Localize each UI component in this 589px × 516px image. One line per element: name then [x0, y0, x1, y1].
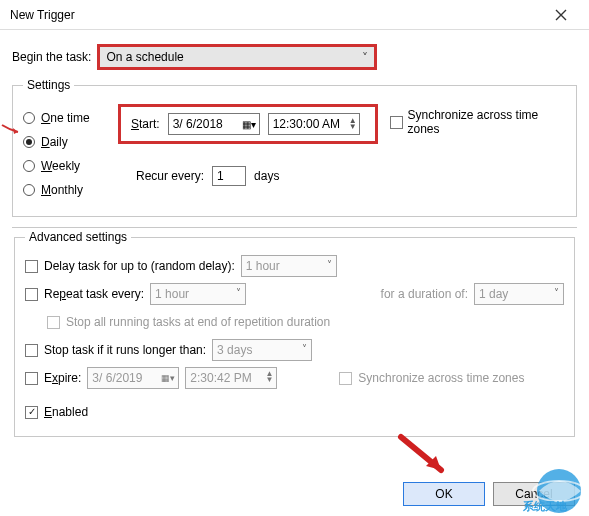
stop-if-value: 3 days	[217, 343, 252, 357]
begin-task-dropdown[interactable]: On a schedule ˅	[97, 44, 377, 70]
sync-timezones-checkbox[interactable]	[390, 116, 403, 129]
stop-if-combo[interactable]: 3 days ˅	[212, 339, 312, 361]
ok-button-label: OK	[435, 487, 452, 501]
expire-time-picker[interactable]: 2:30:42 PM ▲▼	[185, 367, 277, 389]
cancel-button[interactable]: Cancel	[493, 482, 575, 506]
advanced-legend: Advanced settings	[25, 230, 131, 244]
titlebar: New Trigger	[0, 0, 589, 30]
delay-value: 1 hour	[246, 259, 280, 273]
repeat-checkbox[interactable]	[25, 288, 38, 301]
begin-task-label: Begin the task:	[12, 50, 91, 64]
expire-sync-checkbox	[339, 372, 352, 385]
expire-label: Expire:	[44, 371, 81, 385]
recur-value-input[interactable]	[212, 166, 246, 186]
duration-value: 1 day	[479, 287, 508, 301]
divider	[12, 227, 577, 228]
calendar-icon: ▦▾	[161, 373, 175, 383]
delay-label: Delay task for up to (random delay):	[44, 259, 235, 273]
start-group: Start: 3/ 6/2018 ▦▾ 12:30:00 AM ▲▼	[118, 104, 378, 144]
stop-if-checkbox[interactable]	[25, 344, 38, 357]
chevron-down-icon: ˅	[327, 259, 332, 270]
enabled-label: Enabled	[44, 405, 88, 419]
recur-unit: days	[254, 169, 279, 183]
radio-monthly-label: Monthly	[41, 183, 83, 197]
stop-all-label: Stop all running tasks at end of repetit…	[66, 315, 330, 329]
expire-time-value: 2:30:42 PM	[190, 371, 251, 385]
close-button[interactable]	[541, 1, 581, 29]
chevron-down-icon: ˅	[554, 287, 559, 298]
window-title: New Trigger	[10, 8, 75, 22]
expire-sync-label: Synchronize across time zones	[358, 371, 524, 385]
expire-checkbox[interactable]	[25, 372, 38, 385]
delay-checkbox[interactable]	[25, 260, 38, 273]
delay-combo[interactable]: 1 hour ˅	[241, 255, 337, 277]
duration-combo[interactable]: 1 day ˅	[474, 283, 564, 305]
stop-if-label: Stop task if it runs longer than:	[44, 343, 206, 357]
start-date-picker[interactable]: 3/ 6/2018 ▦▾	[168, 113, 260, 135]
expire-date-value: 3/ 6/2019	[92, 371, 142, 385]
start-time-value: 12:30:00 AM	[273, 117, 340, 131]
close-icon	[555, 9, 567, 21]
chevron-down-icon: ˅	[236, 287, 241, 298]
stop-all-checkbox	[47, 316, 60, 329]
radio-monthly[interactable]: Monthly	[23, 178, 118, 202]
start-label: Start:	[131, 117, 160, 131]
chevron-down-icon: ˅	[362, 51, 368, 65]
radio-one-time[interactable]: One time	[23, 106, 118, 130]
radio-daily-label: Daily	[41, 135, 68, 149]
begin-task-value: On a schedule	[106, 50, 183, 64]
advanced-settings-group: Advanced settings Delay task for up to (…	[14, 230, 575, 437]
calendar-icon: ▦▾	[241, 116, 257, 132]
radio-icon	[23, 112, 35, 124]
radio-icon	[23, 160, 35, 172]
settings-group: Settings One time Daily Weekly Monthly	[12, 78, 577, 217]
radio-daily[interactable]: Daily	[23, 130, 118, 154]
recur-label: Recur every:	[136, 169, 204, 183]
radio-weekly-label: Weekly	[41, 159, 80, 173]
start-date-value: 3/ 6/2018	[173, 117, 223, 131]
radio-icon	[23, 184, 35, 196]
radio-weekly[interactable]: Weekly	[23, 154, 118, 178]
repeat-value: 1 hour	[155, 287, 189, 301]
radio-one-time-label: One time	[41, 111, 90, 125]
start-time-picker[interactable]: 12:30:00 AM ▲▼	[268, 113, 360, 135]
repeat-combo[interactable]: 1 hour ˅	[150, 283, 246, 305]
radio-icon	[23, 136, 35, 148]
chevron-down-icon: ˅	[302, 343, 307, 354]
repeat-label: Repeat task every:	[44, 287, 144, 301]
duration-label: for a duration of:	[381, 287, 468, 301]
expire-date-picker[interactable]: 3/ 6/2019 ▦▾	[87, 367, 179, 389]
ok-button[interactable]: OK	[403, 482, 485, 506]
spinner-icon: ▲▼	[349, 118, 357, 130]
cancel-button-label: Cancel	[515, 487, 552, 501]
spinner-icon: ▲▼	[265, 371, 273, 383]
enabled-checkbox[interactable]	[25, 406, 38, 419]
sync-timezones-label: Synchronize across time zones	[408, 108, 567, 136]
settings-legend: Settings	[23, 78, 74, 92]
